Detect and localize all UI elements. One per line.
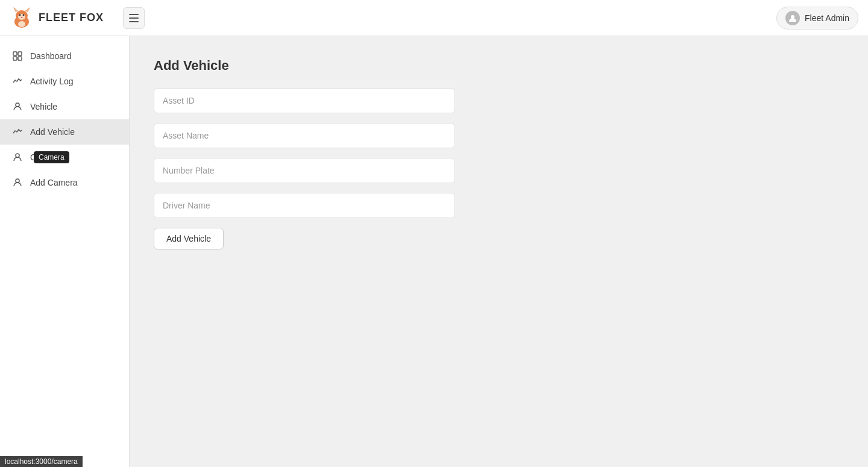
sidebar-label-activity-log: Activity Log [30,77,74,86]
dashboard-icon [12,51,23,61]
sidebar-item-add-vehicle[interactable]: Add Vehicle [0,119,129,145]
app-name: FLEET FOX [39,11,104,24]
sidebar-label-add-vehicle: Add Vehicle [30,127,75,137]
hamburger-button[interactable] [123,7,145,29]
logo-icon [10,6,34,30]
user-icon [788,14,797,22]
svg-point-8 [23,14,25,16]
svg-point-16 [16,103,19,107]
driver-name-input[interactable] [154,193,455,218]
sidebar-item-vehicle[interactable]: Vehicle [0,94,129,119]
asset-name-input[interactable] [154,123,455,148]
sidebar-label-vehicle: Vehicle [30,102,57,111]
camera-person-icon [12,152,23,163]
layout: Dashboard Activity Log Vehicle [0,36,868,467]
number-plate-input[interactable] [154,158,455,183]
sidebar-item-dashboard[interactable]: Dashboard [0,43,129,69]
add-vehicle-icon [12,127,23,137]
svg-point-17 [16,154,19,157]
status-url: localhost:3000/camera [5,457,78,466]
activity-icon [12,76,23,87]
svg-point-18 [16,179,19,183]
navbar-left: FLEET FOX [10,6,145,30]
vehicle-person-icon [12,101,23,112]
svg-rect-12 [13,52,17,55]
svg-rect-13 [18,52,22,55]
navbar: FLEET FOX Fleet Admin [0,0,868,36]
navbar-right: Fleet Admin [776,7,858,30]
svg-rect-14 [13,57,17,60]
hamburger-line-3 [129,21,139,22]
add-vehicle-button[interactable]: Add Vehicle [154,228,224,249]
add-camera-person-icon [12,177,23,188]
svg-point-9 [21,17,23,18]
hamburger-line-2 [129,17,139,19]
sidebar-label-dashboard: Dashboard [30,51,72,61]
user-menu[interactable]: Fleet Admin [776,7,858,30]
user-name-label: Fleet Admin [805,13,849,23]
hamburger-line-1 [129,14,139,15]
sidebar: Dashboard Activity Log Vehicle [0,36,130,467]
svg-point-7 [19,14,21,16]
svg-point-10 [18,21,25,27]
logo-area: FLEET FOX [10,6,104,30]
page-title: Add Vehicle [154,58,844,74]
add-vehicle-form: Add Vehicle [154,88,455,249]
sidebar-item-activity-log[interactable]: Activity Log [0,69,129,94]
status-bar: localhost:3000/camera [0,456,83,467]
sidebar-label-camera: Camera [30,152,60,162]
sidebar-label-add-camera: Add Camera [30,178,78,187]
user-avatar [785,11,800,25]
sidebar-item-add-camera[interactable]: Add Camera [0,170,129,195]
asset-id-input[interactable] [154,88,455,113]
sidebar-item-camera[interactable]: Camera Camera [0,145,129,170]
main-content: Add Vehicle Add Vehicle [130,36,868,467]
svg-rect-15 [18,57,22,60]
